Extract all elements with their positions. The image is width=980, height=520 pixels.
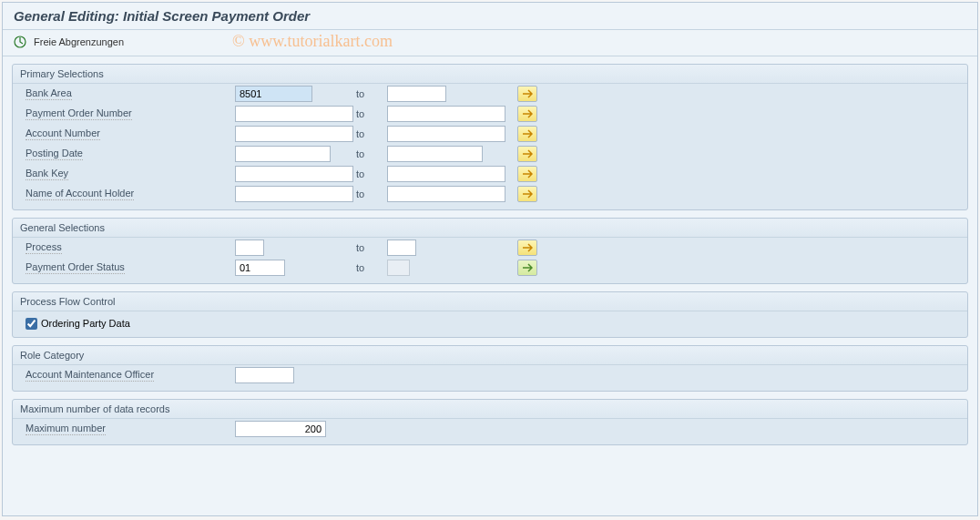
label-payment-order-status: Payment Order Status (26, 261, 125, 274)
bank-area-from-input[interactable] (235, 86, 312, 102)
posting-date-from-input[interactable] (235, 146, 331, 162)
status-multi-button[interactable] (517, 260, 537, 276)
to-label: to (356, 262, 383, 273)
execute-icon[interactable] (12, 34, 28, 50)
group-header-general: General Selections (13, 219, 967, 238)
process-multi-button[interactable] (517, 240, 537, 256)
to-label: to (356, 242, 383, 253)
ordering-party-checkbox[interactable] (26, 318, 37, 330)
title-bar: General Editing: Initial Screen Payment … (3, 3, 977, 30)
account-holder-to-input[interactable] (387, 186, 505, 202)
payment-order-number-to-input[interactable] (387, 106, 505, 122)
label-account-maintenance-officer: Account Maintenance Officer (26, 369, 154, 382)
posting-date-multi-button[interactable] (517, 146, 537, 162)
label-bank-key: Bank Key (26, 168, 68, 180)
label-payment-order-number: Payment Order Number (26, 107, 132, 120)
group-header-max: Maximum number of data records (13, 400, 967, 419)
label-max-number: Maximum number (26, 423, 106, 435)
label-bank-area: Bank Area (26, 87, 72, 100)
label-process: Process (26, 241, 62, 254)
group-header-flow: Process Flow Control (13, 292, 967, 311)
bank-area-multi-button[interactable] (517, 86, 537, 102)
group-max-records: Maximum number of data records Maximum n… (12, 399, 968, 445)
bank-key-multi-button[interactable] (517, 166, 537, 182)
to-label: to (356, 148, 383, 159)
process-from-input[interactable] (235, 240, 264, 256)
status-from-input[interactable] (235, 260, 285, 276)
to-label: to (356, 189, 383, 199)
group-header-primary: Primary Selections (13, 65, 967, 84)
to-label: to (356, 168, 383, 179)
account-holder-from-input[interactable] (235, 186, 353, 202)
label-posting-date: Posting Date (26, 148, 83, 160)
group-header-role: Role Category (13, 346, 967, 365)
group-primary-selections: Primary Selections Bank Area to Payment … (12, 64, 968, 210)
label-account-number: Account Number (26, 127, 100, 140)
label-ordering-party: Ordering Party Data (41, 318, 130, 329)
to-label: to (356, 88, 383, 99)
officer-input[interactable] (235, 367, 294, 383)
payment-order-number-multi-button[interactable] (517, 106, 537, 122)
free-selections-button[interactable]: Freie Abgrenzungen (34, 36, 124, 47)
toolbar: Freie Abgrenzungen (3, 30, 977, 56)
label-account-holder: Name of Account Holder (26, 188, 134, 200)
bank-key-to-input[interactable] (387, 166, 505, 182)
group-general-selections: General Selections Process to Payment Or… (12, 218, 968, 284)
payment-order-number-from-input[interactable] (235, 106, 353, 122)
account-number-from-input[interactable] (235, 126, 353, 142)
account-number-multi-button[interactable] (517, 126, 537, 142)
bank-area-to-input[interactable] (387, 86, 446, 102)
page-title: General Editing: Initial Screen Payment … (14, 8, 310, 24)
account-holder-multi-button[interactable] (517, 186, 537, 202)
status-to-input (387, 260, 410, 276)
group-role-category: Role Category Account Maintenance Office… (12, 345, 968, 392)
process-to-input[interactable] (387, 240, 416, 256)
bank-key-from-input[interactable] (235, 166, 353, 182)
group-process-flow: Process Flow Control Ordering Party Data (12, 291, 968, 338)
account-number-to-input[interactable] (387, 126, 505, 142)
to-label: to (356, 128, 383, 139)
to-label: to (356, 108, 383, 119)
posting-date-to-input[interactable] (387, 146, 483, 162)
max-number-input[interactable] (235, 421, 326, 437)
